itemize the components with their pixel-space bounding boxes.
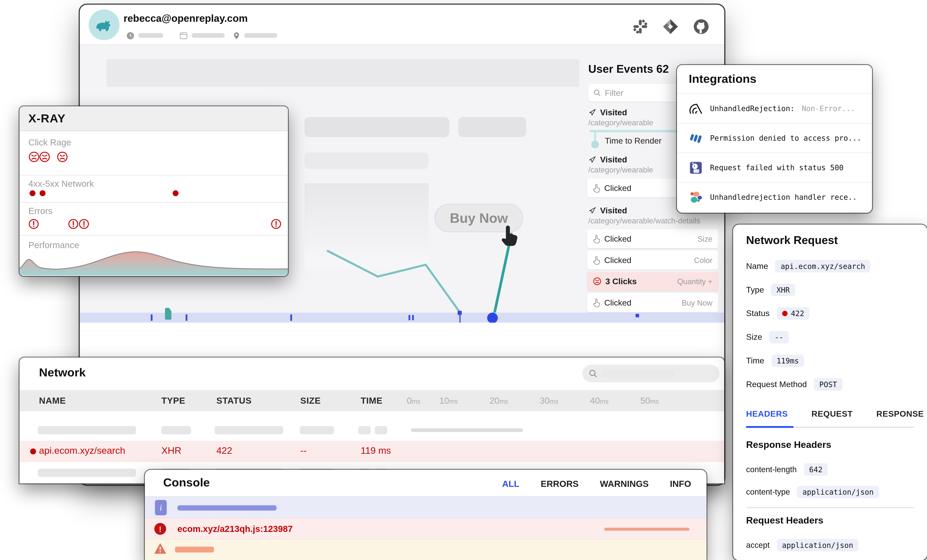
- integration-row-elastic[interactable]: Unhandledrejection handler rece..: [677, 182, 872, 211]
- timeline-playhead[interactable]: [487, 313, 498, 323]
- col-size[interactable]: SIZE: [300, 395, 321, 405]
- error-exclamation-icon[interactable]: [68, 219, 79, 229]
- integration-error-text: UnhandledRejection:: [710, 104, 795, 113]
- xray-panel: X-RAY Click Rage 4xx-5xx Network Errors …: [20, 106, 288, 276]
- tab-response[interactable]: RESPONSE: [877, 409, 924, 418]
- timeline-tick: [409, 315, 410, 320]
- col-status[interactable]: STATUS: [216, 395, 252, 405]
- xray-divider: [20, 235, 288, 236]
- performance-area-chart: [20, 248, 288, 275]
- github-icon[interactable]: [692, 18, 710, 36]
- console-row-warning[interactable]: [145, 539, 707, 560]
- console-row-info[interactable]: i: [145, 496, 707, 518]
- xray-title: X-RAY: [28, 112, 65, 125]
- network-error-dot[interactable]: [40, 190, 46, 196]
- event-connector: [594, 132, 596, 142]
- rage-face-icon[interactable]: [57, 151, 68, 162]
- timeline-tick: [412, 315, 414, 320]
- request-headers-title: Request Headers: [746, 515, 824, 526]
- errors-label: Errors: [28, 206, 52, 216]
- console-row-error[interactable]: ! ecom.xyz/a213qh.js:123987: [145, 518, 707, 539]
- console-tab-all[interactable]: ALL: [502, 479, 520, 489]
- network-error-dot[interactable]: [173, 190, 178, 196]
- slack-icon[interactable]: [632, 18, 649, 35]
- console-tab-errors[interactable]: ERRORS: [541, 479, 579, 489]
- rollbar-icon: [689, 131, 703, 145]
- event-target: Buy Now: [682, 298, 713, 307]
- event-time-to-render[interactable]: Time to Render: [605, 136, 661, 146]
- event-target: Color: [694, 255, 713, 264]
- rage-face-icon[interactable]: [39, 151, 50, 162]
- location-pin-icon: [233, 31, 240, 40]
- cell-time: 119 ms: [361, 446, 391, 456]
- status-error-dot: [782, 311, 787, 316]
- elastic-icon: [689, 190, 703, 204]
- click-hand-icon: [593, 234, 600, 243]
- console-tab-warnings[interactable]: WARNINGS: [600, 479, 649, 489]
- event-rage-click-card[interactable]: 3 Clicks Quantity +: [587, 272, 718, 291]
- jira-icon[interactable]: [661, 18, 679, 36]
- timeline-event-marker[interactable]: [165, 308, 172, 320]
- network-search[interactable]: [582, 365, 719, 382]
- browser-icon: [179, 31, 188, 40]
- click-rage-label: Click Rage: [28, 137, 71, 147]
- request-detail-tabs: HEADERS REQUEST RESPONSE: [746, 409, 924, 418]
- event-visited[interactable]: Visited: [588, 155, 627, 164]
- field-type-value: XHR: [771, 283, 795, 296]
- click-hand-icon: [593, 184, 600, 192]
- network-row-skeleton[interactable]: [20, 420, 724, 441]
- tab-request[interactable]: REQUEST: [812, 409, 853, 418]
- col-time[interactable]: TIME: [361, 395, 383, 405]
- active-tab-underline: [746, 426, 793, 428]
- event-visited[interactable]: Visited: [588, 108, 627, 117]
- rage-face-icon[interactable]: [28, 151, 40, 162]
- error-exclamation-icon[interactable]: [271, 219, 281, 229]
- event-clicked-card[interactable]: Clicked Color: [587, 250, 718, 270]
- user-events-title: User Events 62: [588, 63, 669, 76]
- integration-row-rollbar[interactable]: Permission denied to access pro...: [677, 123, 872, 152]
- field-name: Name api.ecom.xyz/search: [746, 258, 871, 274]
- page-skeleton-bar: [304, 152, 429, 169]
- screenshot-stage: rebecca@openreplay.com: [0, 0, 927, 560]
- cell-status: 422: [216, 446, 232, 456]
- rhino-icon: [94, 15, 114, 35]
- integration-error-text: Permission denied to access pro...: [710, 134, 861, 142]
- header-accept: accept application/json: [746, 537, 859, 553]
- error-exclamation-icon[interactable]: [28, 219, 39, 229]
- navigate-icon: [588, 155, 597, 164]
- network-error-dot[interactable]: [30, 190, 35, 196]
- error-exclamation-icon[interactable]: [79, 219, 89, 229]
- console-error-source: ecom.xyz/a213qh.js:123987: [178, 524, 293, 534]
- page-skeleton-bar: [304, 117, 449, 137]
- event-clicked-card[interactable]: Clicked Buy Now: [587, 293, 718, 312]
- col-type[interactable]: TYPE: [161, 395, 185, 405]
- error-status-dot: [30, 449, 36, 454]
- event-target: Quantity +: [677, 277, 712, 286]
- event-path: /category/wearable: [588, 165, 653, 174]
- tab-headers[interactable]: HEADERS: [746, 409, 788, 418]
- session-user-email: rebecca@openreplay.com: [123, 13, 248, 25]
- timeline-tick: [151, 314, 152, 321]
- integration-row-sentry[interactable]: UnhandledRejection: Non-Error...: [677, 93, 872, 123]
- cell-size: --: [300, 446, 307, 456]
- network-row-error[interactable]: api.ecom.xyz/search XHR 422 -- 119 ms: [20, 441, 724, 462]
- console-tab-info[interactable]: INFO: [670, 479, 691, 489]
- event-clicked-card[interactable]: Clicked Size: [587, 229, 718, 248]
- click-rage-track: [28, 151, 68, 162]
- rage-face-icon: [593, 277, 601, 285]
- section-divider: [746, 507, 914, 508]
- search-icon: [588, 369, 598, 378]
- event-visited[interactable]: Visited: [588, 206, 627, 215]
- pointer-cursor-icon: [501, 225, 519, 247]
- clock-icon: [126, 31, 135, 40]
- col-name[interactable]: NAME: [39, 395, 66, 405]
- console-panel: Console ALL ERRORS WARNINGS INFO i ! eco…: [145, 470, 707, 560]
- navigate-icon: [588, 108, 597, 116]
- error-icon: !: [154, 523, 166, 535]
- event-target: Size: [698, 234, 712, 243]
- content-length-value: 642: [804, 463, 828, 475]
- integration-row-datadog[interactable]: Request failed with status 500: [677, 152, 872, 182]
- replay-timeline[interactable]: [80, 313, 724, 323]
- field-time-value: 119ms: [771, 354, 804, 367]
- search-input-skeleton: [602, 370, 675, 378]
